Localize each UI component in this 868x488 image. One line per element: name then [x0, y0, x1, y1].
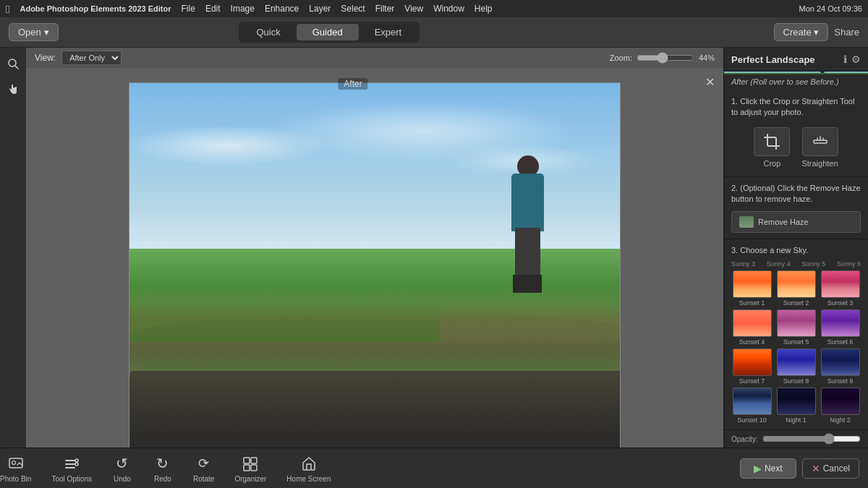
sky-item-sunset-9[interactable]: Sunset 9 — [820, 348, 861, 385]
menu-layer[interactable]: Layer — [309, 4, 331, 14]
svg-rect-10 — [244, 458, 250, 463]
sky-item-sunset-5[interactable]: Sunset 5 — [775, 309, 817, 346]
home-screen-tool[interactable]: Home Screen — [286, 453, 331, 483]
sky-item-sunset-4[interactable]: Sunset 4 — [731, 309, 773, 346]
menu-select[interactable]: Select — [341, 4, 365, 14]
tool-buttons-row: Crop Straighten — [731, 124, 861, 171]
cancel-icon: ✕ — [812, 463, 820, 474]
straighten-tool-button[interactable]: Straighten — [799, 124, 841, 171]
sky-item-sunset-2[interactable]: Sunset 2 — [775, 270, 817, 307]
sky-grid: Sunset 1 Sunset 2 Sunset 3 Sunset 4 Suns… — [731, 270, 861, 424]
sky-thumb — [821, 309, 860, 337]
step1-section: 1. Click the Crop or Straighten Tool to … — [724, 90, 868, 177]
sky-item-night-2[interactable]: Night 2 — [820, 388, 861, 424]
green-fields — [129, 299, 439, 342]
sky-thumb — [733, 348, 772, 376]
sky-thumb — [733, 270, 772, 298]
tool-options-tool[interactable]: Tool Options — [51, 453, 92, 483]
left-toolbar — [0, 48, 26, 448]
step3-text: 3. Choose a new Sky. — [731, 245, 861, 256]
panel-title: Perfect Landscape — [731, 54, 839, 65]
view-dropdown[interactable]: After Only — [61, 51, 122, 65]
close-button[interactable]: ✕ — [705, 75, 715, 89]
search-tool[interactable] — [3, 53, 23, 74]
next-button[interactable]: ▶ Next — [740, 458, 796, 479]
sky-item-label: Night 2 — [830, 416, 851, 424]
sky-thumb — [777, 270, 816, 298]
rotate-label: Rotate — [193, 475, 214, 483]
toolbar: Open ▾ Quick Guided Expert Create ▾ Shar… — [0, 17, 868, 48]
info-icon[interactable]: ℹ — [843, 53, 847, 65]
photo-label: After — [338, 78, 367, 90]
tab-guided[interactable]: Guided — [297, 24, 359, 40]
undo-label: Undo — [114, 475, 131, 483]
sky-item-sunset-1[interactable]: Sunset 1 — [731, 270, 773, 307]
sky-item-label: Sunset 10 — [737, 416, 767, 424]
tab-quick[interactable]: Quick — [241, 24, 297, 40]
person-pants — [515, 228, 540, 278]
sky-item-label: Sunset 1 — [739, 299, 765, 307]
sky-item-sunset-6[interactable]: Sunset 6 — [820, 309, 861, 346]
home-icon — [299, 453, 319, 474]
undo-tool[interactable]: ↺ Undo — [112, 453, 132, 483]
tab-expert[interactable]: Expert — [359, 24, 418, 40]
sky-item-label: Sunset 9 — [827, 377, 854, 385]
svg-rect-13 — [251, 465, 257, 471]
crop-icon — [754, 127, 790, 156]
cancel-button[interactable]: ✕ Cancel — [802, 458, 859, 479]
menu-enhance[interactable]: Enhance — [265, 4, 299, 14]
svg-rect-5 — [65, 460, 75, 461]
bottom-bar: Photo Bin Tool Options ↺ Undo ↻ Redo ⟳ R… — [0, 448, 868, 488]
svg-rect-6 — [65, 463, 75, 465]
remove-haze-button[interactable]: Remove Haze — [731, 211, 861, 233]
zoom-value: 44% — [699, 53, 715, 62]
sky-item-label: Sunset 7 — [739, 377, 765, 385]
sky-thumb — [777, 388, 816, 415]
menu-file[interactable]: File — [182, 4, 195, 14]
sky-item-sunset-7[interactable]: Sunset 7 — [731, 348, 773, 385]
straighten-icon — [802, 127, 838, 156]
sky-item-night-1[interactable]: Night 1 — [775, 388, 817, 424]
step1-text: 1. Click the Crop or Straighten Tool to … — [731, 96, 861, 119]
share-button[interactable]: Share — [834, 27, 859, 38]
sky-item-label: Sunset 2 — [783, 299, 809, 307]
organizer-tool[interactable]: Organizer — [234, 453, 266, 483]
svg-rect-11 — [251, 458, 257, 463]
mode-tabs: Quick Guided Expert — [239, 22, 420, 43]
crop-label: Crop — [764, 159, 781, 168]
tool-options-label: Tool Options — [51, 475, 92, 483]
menu-help[interactable]: Help — [475, 4, 493, 14]
redo-tool[interactable]: ↻ Redo — [153, 453, 173, 483]
sky-item-sunset-8[interactable]: Sunset 8 — [775, 348, 817, 385]
right-panel: Perfect Landscape ℹ ⚙ After (Roll over t… — [723, 48, 868, 448]
svg-rect-12 — [244, 465, 250, 471]
sky-item-sunset-10[interactable]: Sunset 10 — [731, 388, 773, 424]
sky-thumb — [821, 388, 860, 415]
menu-edit[interactable]: Edit — [205, 4, 221, 14]
create-button[interactable]: Create ▾ — [774, 23, 829, 41]
menu-view[interactable]: View — [404, 4, 423, 14]
undo-icon: ↺ — [112, 453, 132, 474]
sky-item-sunset-3[interactable]: Sunset 3 — [820, 270, 861, 307]
sky-item-label: Sunset 3 — [827, 299, 854, 307]
canvas-area: View: After Only Zoom: 44% After ✕ — [26, 48, 723, 448]
zoom-slider[interactable] — [637, 52, 694, 64]
menu-image[interactable]: Image — [231, 4, 255, 14]
straighten-label: Straighten — [801, 159, 838, 168]
sky-thumb — [777, 309, 816, 337]
person-legs — [513, 275, 542, 293]
opacity-slider[interactable] — [762, 433, 861, 445]
open-button[interactable]: Open ▾ — [9, 23, 59, 41]
menu-window[interactable]: Window — [433, 4, 464, 14]
rotate-tool[interactable]: ⟳ Rotate — [193, 453, 214, 483]
settings-icon[interactable]: ⚙ — [851, 53, 861, 65]
redo-icon: ↻ — [153, 453, 173, 474]
photo-bin-tool[interactable]: Photo Bin — [0, 453, 31, 483]
app-name: Adobe Photoshop Elements 2023 Editor — [20, 4, 171, 13]
hand-tool[interactable] — [3, 80, 23, 100]
person-jacket — [511, 174, 544, 231]
rocks-base — [129, 364, 620, 448]
view-label: View: — [35, 53, 56, 63]
menu-filter[interactable]: Filter — [375, 4, 395, 14]
crop-tool-button[interactable]: Crop — [751, 124, 793, 171]
